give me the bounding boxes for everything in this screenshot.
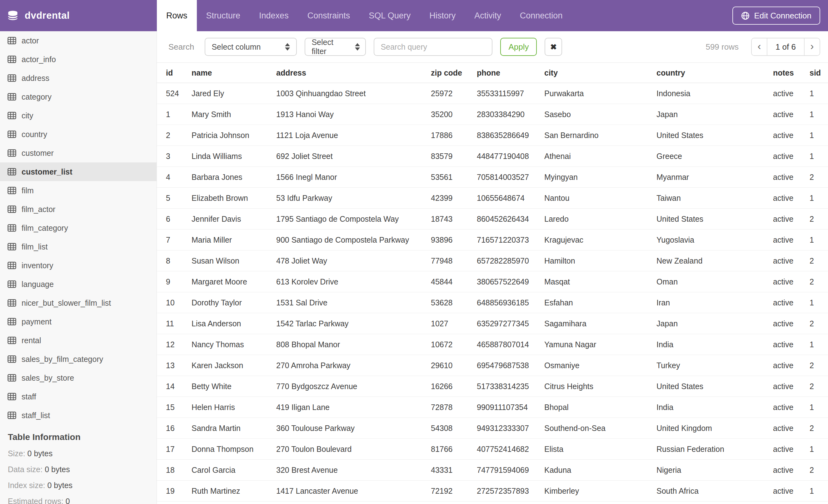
tab-sql-query[interactable]: SQL Query (359, 0, 420, 31)
table-name: category (22, 92, 51, 101)
sidebar-item-rental[interactable]: rental (0, 331, 157, 350)
table-row[interactable]: 8Susan Wilson478 Joliet Way7794865728228… (157, 250, 828, 271)
sidebar-item-nicer_but_slower_film_list[interactable]: nicer_but_slower_film_list (0, 293, 157, 312)
content-area: Search Select column Select filter Apply… (157, 31, 828, 504)
cell-country: Greece (648, 146, 764, 167)
column-select[interactable]: Select column (205, 38, 297, 56)
table-row[interactable]: 5Elizabeth Brown53 Idfu Parkway423991065… (157, 188, 828, 209)
table-row[interactable]: 19Ruth Martinez1417 Lancaster Avenue7219… (157, 480, 828, 502)
table-row[interactable]: 3Linda Williams692 Joliet Street83579448… (157, 146, 828, 167)
tab-history[interactable]: History (420, 0, 465, 31)
table-grid-icon (7, 205, 16, 213)
cell-id: 13 (157, 355, 182, 376)
sidebar-item-sales_by_store[interactable]: sales_by_store (0, 368, 157, 387)
cell-id: 18 (157, 460, 182, 480)
cell-name: Ruth Martinez (182, 480, 267, 502)
cell-name: Jennifer Davis (182, 209, 267, 230)
table-row[interactable]: 1Mary Smith1913 Hanoi Way352002830338429… (157, 104, 828, 125)
table-name: inventory (22, 261, 53, 270)
cell-notes: active (764, 104, 800, 125)
table-row[interactable]: 4Barbara Jones1566 Inegl Manor5356170581… (157, 167, 828, 188)
table-grid-icon (7, 299, 16, 307)
edit-connection-button[interactable]: Edit Connection (732, 7, 820, 25)
cell-name: Linda Williams (182, 146, 267, 167)
tab-connection[interactable]: Connection (510, 0, 572, 31)
cell-name: Betty White (182, 376, 267, 397)
cell-address: 613 Korolev Drive (267, 271, 422, 292)
sidebar-item-language[interactable]: language (0, 275, 157, 293)
cell-notes: active (764, 230, 800, 250)
sidebar-item-customer_list[interactable]: customer_list (0, 163, 157, 181)
column-header-address[interactable]: address (267, 63, 422, 83)
table-row[interactable]: 12Nancy Thomas808 Bhopal Manor1067246588… (157, 334, 828, 355)
table-row[interactable]: 13Karen Jackson270 Amroha Parkway2961069… (157, 355, 828, 376)
column-header-notes[interactable]: notes (764, 63, 800, 83)
sidebar-item-film_list[interactable]: film_list (0, 237, 157, 256)
table-row[interactable]: 524Jared Ely1003 Qinhuangdao Street25972… (157, 83, 828, 104)
clear-search-button[interactable]: ✖ (545, 38, 562, 56)
sidebar-item-country[interactable]: country (0, 125, 157, 144)
tab-bar: RowsStructureIndexesConstraintsSQL Query… (157, 0, 572, 31)
column-header-sid[interactable]: sid (800, 63, 828, 83)
sidebar-item-actor[interactable]: actor (0, 31, 157, 50)
database-name: dvdrental (25, 10, 70, 21)
column-header-zip-code[interactable]: zip code (422, 63, 468, 83)
cell-phone: 407752414682 (468, 439, 535, 460)
sidebar-item-payment[interactable]: payment (0, 312, 157, 331)
sidebar-item-film[interactable]: film (0, 181, 157, 200)
cell-sid: 2 (800, 418, 828, 439)
tab-indexes[interactable]: Indexes (250, 0, 298, 31)
filter-select[interactable]: Select filter (305, 38, 366, 56)
sidebar-item-film_category[interactable]: film_category (0, 219, 157, 237)
tab-activity[interactable]: Activity (465, 0, 510, 31)
sidebar-item-category[interactable]: category (0, 87, 157, 106)
search-query-input[interactable] (374, 38, 492, 56)
column-header-phone[interactable]: phone (468, 63, 535, 83)
table-grid-icon (7, 131, 16, 138)
prev-page-button[interactable]: ‹ (752, 38, 767, 55)
sidebar-item-staff[interactable]: staff (0, 387, 157, 406)
sidebar-item-film_actor[interactable]: film_actor (0, 200, 157, 219)
sidebar-item-staff_list[interactable]: staff_list (0, 406, 157, 425)
cell-id: 11 (157, 313, 182, 334)
app-header: dvdrental RowsStructureIndexesConstraint… (0, 0, 828, 31)
cell-zip-code: 54308 (422, 418, 468, 439)
cell-id: 12 (157, 334, 182, 355)
column-header-city[interactable]: city (535, 63, 648, 83)
table-row[interactable]: 10Dorothy Taylor1531 Sal Drive5362864885… (157, 292, 828, 313)
column-header-name[interactable]: name (182, 63, 267, 83)
table-row[interactable]: 15Helen Harris419 Iligan Lane72878990911… (157, 397, 828, 418)
table-row[interactable]: 6Jennifer Davis1795 Santiago de Composte… (157, 209, 828, 230)
cell-address: 1121 Loja Avenue (267, 125, 422, 146)
sidebar-item-address[interactable]: address (0, 69, 157, 87)
cell-phone: 648856936185 (468, 292, 535, 313)
table-row[interactable]: 2Patricia Johnson1121 Loja Avenue1788683… (157, 125, 828, 146)
cell-country: Nigeria (648, 460, 764, 480)
table-row[interactable]: 14Betty White770 Bydgoszcz Avenue1626651… (157, 376, 828, 397)
sidebar-item-customer[interactable]: customer (0, 144, 157, 163)
cell-address: 808 Bhopal Manor (267, 334, 422, 355)
table-name: nicer_but_slower_film_list (22, 299, 111, 308)
table-name: staff (22, 392, 36, 401)
table-row[interactable]: 9Margaret Moore613 Korolev Drive45844380… (157, 271, 828, 292)
table-row[interactable]: 18Carol Garcia320 Brest Avenue4333174779… (157, 460, 828, 480)
table-row[interactable]: 7Maria Miller900 Santiago de Compostela … (157, 230, 828, 250)
tab-structure[interactable]: Structure (197, 0, 250, 31)
next-page-button[interactable]: › (804, 38, 820, 55)
table-row[interactable]: 16Sandra Martin360 Toulouse Parkway54308… (157, 418, 828, 439)
pagination: ‹ 1 of 6 › (751, 38, 820, 56)
cell-zip-code: 10672 (422, 334, 468, 355)
sidebar-item-actor_info[interactable]: actor_info (0, 50, 157, 69)
column-header-country[interactable]: country (648, 63, 764, 83)
table-row[interactable]: 17Donna Thompson270 Toulon Boulevard8176… (157, 439, 828, 460)
cell-notes: active (764, 292, 800, 313)
sidebar-item-city[interactable]: city (0, 106, 157, 125)
table-row[interactable]: 11Lisa Anderson1542 Tarlac Parkway102763… (157, 313, 828, 334)
table-name: film_list (22, 242, 47, 251)
tab-constraints[interactable]: Constraints (298, 0, 360, 31)
apply-button[interactable]: Apply (500, 38, 537, 56)
tab-rows[interactable]: Rows (157, 0, 197, 31)
sidebar-item-inventory[interactable]: inventory (0, 256, 157, 275)
column-header-id[interactable]: id (157, 63, 182, 83)
sidebar-item-sales_by_film_category[interactable]: sales_by_film_category (0, 350, 157, 368)
